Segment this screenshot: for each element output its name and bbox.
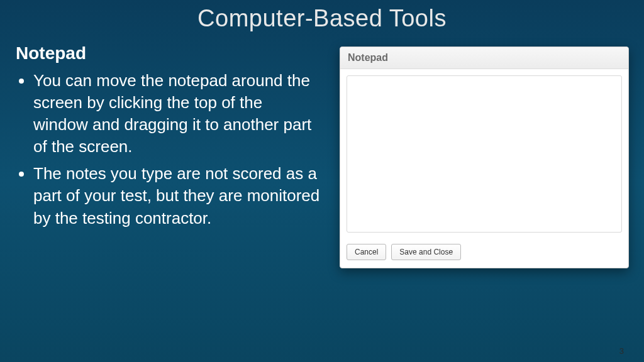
cancel-button[interactable]: Cancel bbox=[347, 244, 386, 260]
text-column: Notepad You can move the notepad around … bbox=[13, 43, 321, 268]
notepad-textarea[interactable] bbox=[347, 75, 622, 233]
bullet-item: The notes you type are not scored as a p… bbox=[33, 163, 321, 229]
bullet-list: You can move the notepad around the scre… bbox=[16, 70, 321, 229]
section-heading: Notepad bbox=[16, 43, 321, 63]
notepad-button-row: Cancel Save and Close bbox=[340, 241, 628, 268]
notepad-titlebar[interactable]: Notepad bbox=[340, 47, 628, 69]
bullet-item: You can move the notepad around the scre… bbox=[33, 70, 321, 158]
notepad-window: Notepad Cancel Save and Close bbox=[340, 47, 629, 268]
page-number: 3 bbox=[619, 346, 624, 356]
save-close-button[interactable]: Save and Close bbox=[391, 244, 461, 260]
notepad-column: Notepad Cancel Save and Close bbox=[321, 43, 631, 268]
notepad-body bbox=[340, 69, 628, 241]
content-area: Notepad You can move the notepad around … bbox=[0, 43, 644, 268]
slide-title: Computer-Based Tools bbox=[0, 0, 644, 32]
